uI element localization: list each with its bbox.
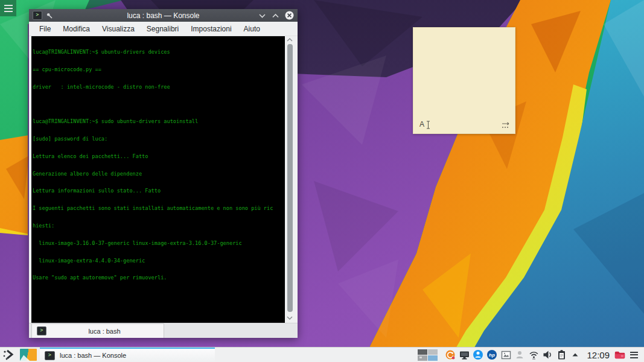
terminal-line: luca@TRINGALINVENT:~$ ubuntu-drivers dev… [33, 49, 285, 56]
virtual-desktop-pager[interactable] [418, 349, 438, 361]
pin-icon[interactable] [46, 12, 53, 19]
terminal-row: luca@TRINGALINVENT:~$ ubuntu-drivers dev… [29, 36, 298, 323]
desktop-2[interactable] [428, 349, 438, 355]
wifi-network-icon[interactable] [528, 349, 540, 361]
menubar: File Modifica Visualizza Segnalibri Impo… [29, 22, 298, 36]
terminal-icon: > [45, 351, 55, 360]
digital-clock[interactable]: 12:09 [583, 350, 612, 360]
desktop-3[interactable] [418, 355, 427, 361]
menu-visualizza[interactable]: Visualizza [97, 24, 140, 34]
terminal-line: == cpu-microcode.py == [33, 67, 285, 73]
terminal-line: linux-image-extra-4.4.0-34-generic [33, 258, 285, 264]
terminal-line: Usare "sudo apt autoremove" per rimuover… [33, 275, 285, 281]
scrollbar-thumb[interactable] [287, 44, 293, 312]
minimize-button[interactable] [258, 13, 266, 19]
red-folder-icon[interactable] [614, 349, 626, 361]
window-titlebar[interactable]: > luca : bash — Konsole [29, 9, 298, 22]
menu-impostazioni[interactable]: Impostazioni [185, 24, 237, 34]
app-launcher-button[interactable] [0, 348, 18, 362]
launcher-icon [2, 349, 16, 361]
menu-segnalibri[interactable]: Segnalibri [141, 24, 184, 34]
konsole-app-icon: > [33, 11, 42, 20]
terminal-line [33, 102, 285, 108]
clipboard-icon[interactable] [555, 349, 567, 361]
close-button[interactable] [285, 11, 294, 20]
window-title: luca : bash — Konsole [105, 11, 222, 20]
terminal-line: I seguenti pacchetti sono stati installa… [33, 206, 285, 212]
desktop: A > luca : bash — Konsole [0, 0, 644, 362]
display-device-icon[interactable] [458, 349, 470, 361]
text-cursor-icon [426, 121, 430, 129]
note-settings-handle-icon[interactable] [501, 121, 510, 129]
terminal-line: Lettura informazioni sullo stato... Fatt… [33, 188, 285, 194]
task-button-label: luca : bash — Konsole [60, 352, 126, 359]
terminal-line: Generazione albero delle dipendenze [33, 171, 285, 177]
terminal-scrollbar[interactable] [285, 36, 295, 323]
note-text[interactable]: A [419, 120, 424, 129]
audio-volume-icon[interactable] [541, 349, 553, 361]
tab-bar: > luca : bash [29, 323, 298, 338]
panel-menu-icon[interactable] [628, 352, 642, 358]
terminal-line: hiesti: [33, 223, 285, 229]
system-tray: hp [418, 349, 644, 361]
terminal-line: luca@TRINGALINVENT:~$ sudo ubuntu-driver… [33, 119, 285, 125]
hamburger-icon [4, 5, 13, 6]
scrollbar-up-icon[interactable] [285, 36, 295, 43]
terminal-output[interactable]: luca@TRINGALINVENT:~$ ubuntu-drivers dev… [31, 36, 285, 323]
menu-modifica[interactable]: Modifica [57, 24, 95, 34]
bluetooth-user-icon[interactable] [472, 349, 484, 361]
tab-luca-bash[interactable]: > luca : bash [31, 323, 164, 338]
taskbar: > luca : bash — Konsole [0, 347, 644, 362]
terminal-icon: > [37, 326, 46, 335]
desktop-1[interactable] [418, 349, 427, 355]
expand-tray-icon[interactable] [569, 349, 581, 361]
task-button-konsole[interactable]: > luca : bash — Konsole [40, 348, 215, 362]
desktop-preview-icon[interactable] [20, 349, 37, 361]
desktop-4-active[interactable] [428, 355, 438, 361]
terminal-line: linux-image-3.16.0-37-generic linux-imag… [33, 241, 285, 247]
terminal-line: [sudo] password di luca: [33, 136, 285, 142]
terminal-line: driver : intel-microcode - distro non-fr… [33, 84, 285, 91]
sticky-note-widget[interactable]: A [413, 27, 515, 134]
maximize-button[interactable] [272, 13, 279, 19]
konsole-window: > luca : bash — Konsole [29, 9, 298, 338]
scrollbar-down-icon[interactable] [285, 314, 295, 322]
tab-label: luca : bash [50, 328, 159, 335]
terminal-line: Lettura elenco dei pacchetti... Fatto [33, 154, 285, 160]
software-updates-icon[interactable] [444, 349, 456, 361]
image-viewer-icon[interactable] [500, 349, 512, 361]
menu-file[interactable]: File [34, 24, 56, 34]
desktop-toggle-button[interactable] [0, 0, 16, 16]
menu-aiuto[interactable]: Aiuto [238, 24, 266, 34]
svg-text:hp: hp [489, 352, 496, 358]
hp-device-manager-icon[interactable]: hp [486, 349, 498, 361]
user-offline-icon[interactable] [514, 349, 526, 361]
